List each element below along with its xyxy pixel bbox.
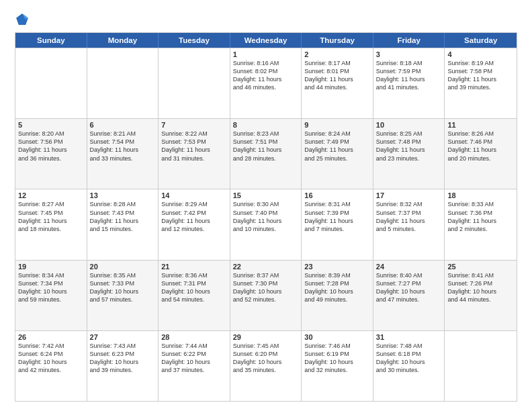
day-number: 12	[18, 191, 84, 199]
day-number: 10	[376, 121, 442, 129]
calendar-cell: 24Sunrise: 8:40 AM Sunset: 7:27 PM Dayli…	[373, 261, 445, 330]
calendar-row-2: 12Sunrise: 8:27 AM Sunset: 7:45 PM Dayli…	[15, 189, 517, 259]
calendar-cell: 19Sunrise: 8:34 AM Sunset: 7:34 PM Dayli…	[15, 261, 87, 330]
cell-detail: Sunrise: 8:20 AM Sunset: 7:56 PM Dayligh…	[18, 130, 84, 163]
calendar-cell: 9Sunrise: 8:24 AM Sunset: 7:49 PM Daylig…	[302, 119, 373, 189]
page: SundayMondayTuesdayWednesdayThursdayFrid…	[0, 0, 532, 411]
day-number: 24	[376, 263, 442, 271]
calendar-cell: 6Sunrise: 8:21 AM Sunset: 7:54 PM Daylig…	[87, 119, 159, 189]
day-number: 20	[90, 263, 156, 271]
day-number: 27	[90, 333, 156, 341]
calendar-cell	[445, 331, 517, 401]
day-number: 15	[233, 191, 299, 199]
day-number: 19	[18, 263, 84, 271]
calendar-cell: 7Sunrise: 8:22 AM Sunset: 7:53 PM Daylig…	[159, 119, 230, 189]
calendar-cell: 12Sunrise: 8:27 AM Sunset: 7:45 PM Dayli…	[15, 189, 87, 259]
calendar-cell: 18Sunrise: 8:33 AM Sunset: 7:36 PM Dayli…	[445, 189, 517, 259]
cell-detail: Sunrise: 8:33 AM Sunset: 7:36 PM Dayligh…	[447, 200, 514, 233]
calendar-header-row: SundayMondayTuesdayWednesdayThursdayFrid…	[15, 33, 517, 48]
cell-detail: Sunrise: 8:28 AM Sunset: 7:43 PM Dayligh…	[90, 200, 156, 233]
calendar-cell: 16Sunrise: 8:31 AM Sunset: 7:39 PM Dayli…	[302, 189, 373, 259]
calendar-cell: 1Sunrise: 8:16 AM Sunset: 8:02 PM Daylig…	[230, 48, 302, 118]
calendar-cell: 29Sunrise: 7:45 AM Sunset: 6:20 PM Dayli…	[230, 331, 302, 401]
calendar-cell	[159, 48, 230, 118]
cell-detail: Sunrise: 8:37 AM Sunset: 7:30 PM Dayligh…	[233, 271, 299, 304]
day-number: 13	[90, 191, 156, 199]
cell-detail: Sunrise: 7:43 AM Sunset: 6:23 PM Dayligh…	[90, 342, 156, 375]
calendar-header-saturday: Saturday	[445, 33, 517, 48]
cell-detail: Sunrise: 7:42 AM Sunset: 6:24 PM Dayligh…	[18, 342, 84, 375]
cell-detail: Sunrise: 8:23 AM Sunset: 7:51 PM Dayligh…	[233, 130, 299, 163]
calendar-cell: 28Sunrise: 7:44 AM Sunset: 6:22 PM Dayli…	[159, 331, 230, 401]
calendar-header-sunday: Sunday	[15, 33, 87, 48]
day-number: 9	[304, 121, 370, 129]
cell-detail: Sunrise: 8:32 AM Sunset: 7:37 PM Dayligh…	[376, 200, 442, 233]
calendar-cell: 8Sunrise: 8:23 AM Sunset: 7:51 PM Daylig…	[230, 119, 302, 189]
cell-detail: Sunrise: 8:29 AM Sunset: 7:42 PM Dayligh…	[161, 200, 227, 233]
day-number: 8	[233, 121, 299, 129]
logo	[15, 12, 32, 27]
cell-detail: Sunrise: 8:25 AM Sunset: 7:48 PM Dayligh…	[376, 130, 442, 163]
calendar: SundayMondayTuesdayWednesdayThursdayFrid…	[15, 32, 517, 402]
calendar-cell: 3Sunrise: 8:18 AM Sunset: 7:59 PM Daylig…	[373, 48, 445, 118]
cell-detail: Sunrise: 7:44 AM Sunset: 6:22 PM Dayligh…	[161, 342, 227, 375]
day-number: 5	[18, 121, 84, 129]
day-number: 3	[376, 50, 442, 58]
calendar-cell: 4Sunrise: 8:19 AM Sunset: 7:58 PM Daylig…	[445, 48, 517, 118]
day-number: 11	[447, 121, 514, 129]
day-number: 28	[161, 333, 227, 341]
calendar-row-3: 19Sunrise: 8:34 AM Sunset: 7:34 PM Dayli…	[15, 260, 517, 330]
cell-detail: Sunrise: 8:40 AM Sunset: 7:27 PM Dayligh…	[376, 271, 442, 304]
day-number: 2	[304, 50, 370, 58]
cell-detail: Sunrise: 8:21 AM Sunset: 7:54 PM Dayligh…	[90, 130, 156, 163]
cell-detail: Sunrise: 8:22 AM Sunset: 7:53 PM Dayligh…	[161, 130, 227, 163]
day-number: 22	[233, 263, 299, 271]
calendar-header-wednesday: Wednesday	[230, 33, 302, 48]
calendar-header-tuesday: Tuesday	[159, 33, 230, 48]
cell-detail: Sunrise: 8:36 AM Sunset: 7:31 PM Dayligh…	[161, 271, 227, 304]
day-number: 30	[304, 333, 370, 341]
calendar-cell: 21Sunrise: 8:36 AM Sunset: 7:31 PM Dayli…	[159, 261, 230, 330]
calendar-cell: 25Sunrise: 8:41 AM Sunset: 7:26 PM Dayli…	[445, 261, 517, 330]
day-number: 6	[90, 121, 156, 129]
calendar-cell	[15, 48, 87, 118]
calendar-row-4: 26Sunrise: 7:42 AM Sunset: 6:24 PM Dayli…	[15, 330, 517, 401]
calendar-cell: 15Sunrise: 8:30 AM Sunset: 7:40 PM Dayli…	[230, 189, 302, 259]
day-number: 23	[304, 263, 370, 271]
calendar-cell: 13Sunrise: 8:28 AM Sunset: 7:43 PM Dayli…	[87, 189, 159, 259]
cell-detail: Sunrise: 8:19 AM Sunset: 7:58 PM Dayligh…	[447, 59, 514, 92]
cell-detail: Sunrise: 8:41 AM Sunset: 7:26 PM Dayligh…	[447, 271, 514, 304]
calendar-header-thursday: Thursday	[302, 33, 373, 48]
calendar-cell: 17Sunrise: 8:32 AM Sunset: 7:37 PM Dayli…	[373, 189, 445, 259]
calendar-cell: 11Sunrise: 8:26 AM Sunset: 7:46 PM Dayli…	[445, 119, 517, 189]
cell-detail: Sunrise: 8:26 AM Sunset: 7:46 PM Dayligh…	[447, 130, 514, 163]
calendar-cell: 14Sunrise: 8:29 AM Sunset: 7:42 PM Dayli…	[159, 189, 230, 259]
day-number: 4	[447, 50, 514, 58]
day-number: 21	[161, 263, 227, 271]
cell-detail: Sunrise: 7:46 AM Sunset: 6:19 PM Dayligh…	[304, 342, 370, 375]
cell-detail: Sunrise: 8:30 AM Sunset: 7:40 PM Dayligh…	[233, 200, 299, 233]
day-number: 31	[376, 333, 442, 341]
cell-detail: Sunrise: 8:24 AM Sunset: 7:49 PM Dayligh…	[304, 130, 370, 163]
cell-detail: Sunrise: 8:18 AM Sunset: 7:59 PM Dayligh…	[376, 59, 442, 92]
cell-detail: Sunrise: 8:27 AM Sunset: 7:45 PM Dayligh…	[18, 200, 84, 233]
cell-detail: Sunrise: 8:17 AM Sunset: 8:01 PM Dayligh…	[304, 59, 370, 92]
calendar-row-0: 1Sunrise: 8:16 AM Sunset: 8:02 PM Daylig…	[15, 48, 517, 118]
day-number: 18	[447, 191, 514, 199]
cell-detail: Sunrise: 8:16 AM Sunset: 8:02 PM Dayligh…	[233, 59, 299, 92]
calendar-cell: 2Sunrise: 8:17 AM Sunset: 8:01 PM Daylig…	[302, 48, 373, 118]
calendar-cell: 10Sunrise: 8:25 AM Sunset: 7:48 PM Dayli…	[373, 119, 445, 189]
day-number: 14	[161, 191, 227, 199]
cell-detail: Sunrise: 8:39 AM Sunset: 7:28 PM Dayligh…	[304, 271, 370, 304]
header	[15, 12, 517, 27]
calendar-body: 1Sunrise: 8:16 AM Sunset: 8:02 PM Daylig…	[15, 48, 517, 401]
logo-icon	[15, 12, 30, 27]
cell-detail: Sunrise: 8:34 AM Sunset: 7:34 PM Dayligh…	[18, 271, 84, 304]
day-number: 25	[447, 263, 514, 271]
calendar-cell: 22Sunrise: 8:37 AM Sunset: 7:30 PM Dayli…	[230, 261, 302, 330]
day-number: 16	[304, 191, 370, 199]
calendar-header-friday: Friday	[373, 33, 445, 48]
day-number: 7	[161, 121, 227, 129]
cell-detail: Sunrise: 8:31 AM Sunset: 7:39 PM Dayligh…	[304, 200, 370, 233]
calendar-cell	[87, 48, 159, 118]
